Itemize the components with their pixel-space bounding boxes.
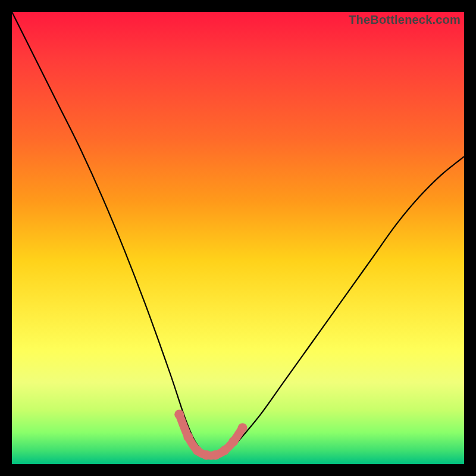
highlight-dot	[211, 450, 220, 460]
highlight-dot	[238, 423, 248, 433]
plot-area: TheBottleneck.com	[12, 12, 464, 464]
highlight-dot	[220, 446, 229, 455]
highlight-dot	[228, 437, 238, 446]
bottleneck-curve	[12, 12, 464, 456]
highlight-dot	[183, 432, 193, 441]
curve-layer	[12, 12, 464, 464]
chart-frame: TheBottleneck.com	[0, 0, 476, 476]
highlight-dot	[202, 450, 211, 460]
highlight-dot	[174, 409, 184, 419]
highlight-dot	[193, 446, 202, 455]
